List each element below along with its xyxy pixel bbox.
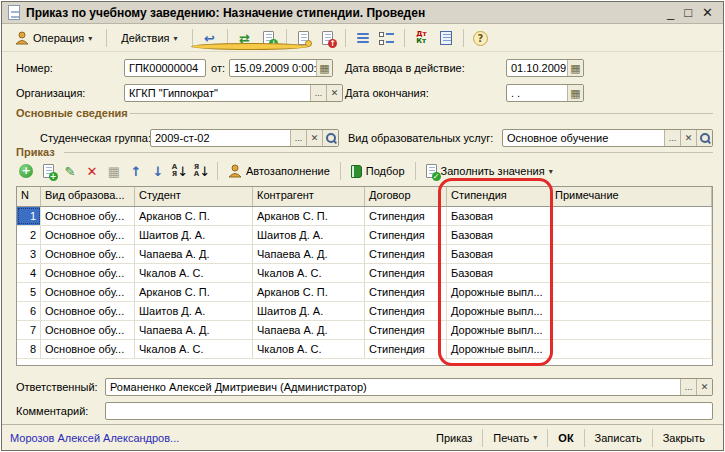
table-cell[interactable]: Арканов С. П. (253, 207, 365, 225)
ok-button[interactable]: ОК (547, 429, 583, 447)
table-cell[interactable]: Стипендия (365, 207, 447, 225)
table-row[interactable]: 3Основное обу...Чапаева А. Д.Чапаева А. … (17, 245, 712, 264)
table-cell[interactable]: Чкалов А. С. (135, 264, 253, 282)
table-cell[interactable]: 5 (17, 283, 41, 301)
help-icon[interactable]: ? (471, 28, 491, 48)
move-up-button[interactable]: ↑ (126, 161, 146, 181)
organization-input[interactable]: КГКП "Гиппократ" ... ✕ (124, 84, 343, 102)
table-cell[interactable]: Основное обу... (41, 321, 135, 339)
clear-button[interactable]: ✕ (326, 85, 342, 101)
table-cell[interactable]: Чапаева А. Д. (253, 321, 365, 339)
table-cell[interactable]: Арканов С. П. (135, 283, 253, 301)
table-cell[interactable] (551, 302, 712, 320)
table-cell[interactable]: Арканов С. П. (253, 283, 365, 301)
table-row[interactable]: 7Основное обу...Чапаева А. Д.Чапаева А. … (17, 321, 712, 340)
table-cell[interactable]: 4 (17, 264, 41, 282)
unpost-document-icon[interactable]: ↑ (318, 28, 338, 48)
table-cell[interactable]: Чкалов А. С. (253, 264, 365, 282)
table-cell[interactable]: Арканов С. П. (135, 207, 253, 225)
fill-values-button[interactable]: ✓ Заполнить значения ▾ (421, 163, 558, 179)
select-button[interactable]: ... (290, 130, 306, 146)
journal-icon[interactable] (436, 28, 456, 48)
settings-list-icon[interactable] (377, 28, 397, 48)
table-cell[interactable]: Шаитов Д. А. (135, 302, 253, 320)
magnifier-icon[interactable] (322, 130, 338, 146)
table-cell[interactable]: Основное обу... (41, 207, 135, 225)
comment-input[interactable] (105, 402, 713, 420)
education-service-input[interactable]: Основное обучение ... ✕ (502, 129, 713, 147)
table-cell[interactable]: Шаитов Д. А. (135, 226, 253, 244)
calendar-icon[interactable]: ▦ (316, 60, 332, 76)
table-row[interactable]: 4Основное обу...Чкалов А. С.Чкалов А. С.… (17, 264, 712, 283)
dt-kt-icon[interactable]: ДтКт (412, 28, 432, 48)
clear-button[interactable]: ✕ (680, 130, 696, 146)
table-cell[interactable]: 8 (17, 340, 41, 358)
table-cell[interactable]: Базовая (447, 264, 551, 282)
order-table[interactable]: NВид образова...СтудентКонтрагентДоговор… (16, 186, 713, 366)
close-button[interactable]: ✕ (702, 4, 713, 22)
order-print-form-button[interactable]: Приказ (426, 429, 482, 447)
delete-row-button[interactable]: ✕ (82, 161, 102, 181)
table-cell[interactable]: Стипендия (365, 264, 447, 282)
copy-row-button[interactable]: + (38, 161, 58, 181)
date-from-input[interactable]: 15.09.2009 0:00:0 ▦ (229, 59, 333, 77)
table-cell[interactable]: Стипендия (365, 340, 447, 358)
table-cell[interactable] (551, 340, 712, 358)
table-cell[interactable]: 2 (17, 226, 41, 244)
table-cell[interactable]: Основное обу... (41, 302, 135, 320)
table-row[interactable]: 2Основное обу...Шаитов Д. А.Шаитов Д. А.… (17, 226, 712, 245)
table-cell[interactable] (551, 226, 712, 244)
calendar-icon[interactable]: ▦ (567, 60, 583, 76)
table-cell[interactable]: Чкалов А. С. (135, 340, 253, 358)
select-button[interactable]: ... (680, 379, 696, 395)
table-cell[interactable] (551, 283, 712, 301)
table-cell[interactable]: Базовая (447, 207, 551, 225)
table-cell[interactable]: Стипендия (365, 245, 447, 263)
effective-date-input[interactable]: 01.10.2009 ▦ (506, 59, 584, 77)
structure-icon[interactable] (353, 28, 373, 48)
student-group-input[interactable]: 2009-ст-02 ... ✕ (150, 129, 339, 147)
table-cell[interactable]: Чапаева А. Д. (135, 245, 253, 263)
actions-menu-button[interactable]: Действия ▾ (114, 29, 184, 47)
select-button[interactable]: ... (664, 130, 680, 146)
table-cell[interactable]: 3 (17, 245, 41, 263)
table-row[interactable]: 5Основное обу...Арканов С. П.Арканов С. … (17, 283, 712, 302)
sort-asc-button[interactable]: АЯ↓ (170, 161, 190, 181)
edit-row-button[interactable]: ✎ (60, 161, 80, 181)
table-cell[interactable]: Стипендия (365, 283, 447, 301)
table-cell[interactable]: 7 (17, 321, 41, 339)
select-button[interactable]: ... (310, 85, 326, 101)
table-row[interactable]: 8Основное обу...Чкалов А. С.Чкалов А. С.… (17, 340, 712, 359)
add-row-button[interactable]: + (16, 161, 36, 181)
table-cell[interactable]: Дорожные выпл... (447, 340, 551, 358)
clear-button[interactable]: ✕ (306, 130, 322, 146)
pick-button[interactable]: Подбор (346, 164, 410, 179)
table-row[interactable]: 1Основное обу...Арканов С. П.Арканов С. … (17, 207, 712, 226)
calendar-icon[interactable]: ▦ (567, 85, 583, 101)
table-cell[interactable]: Основное обу... (41, 283, 135, 301)
magnifier-icon[interactable] (696, 130, 712, 146)
table-cell[interactable] (551, 264, 712, 282)
table-cell[interactable]: 6 (17, 302, 41, 320)
table-cell[interactable]: Чапаева А. Д. (135, 321, 253, 339)
table-cell[interactable]: Чапаева А. Д. (253, 245, 365, 263)
table-cell[interactable]: Дорожные выпл... (447, 283, 551, 301)
print-button[interactable]: Печать ▾ (482, 429, 547, 447)
table-cell[interactable] (551, 207, 712, 225)
table-row[interactable]: 6Основное обу...Шаитов Д. А.Шаитов Д. А.… (17, 302, 712, 321)
sort-desc-button[interactable]: ЯА↓ (192, 161, 212, 181)
table-cell[interactable]: Чкалов А. С. (253, 340, 365, 358)
table-cell[interactable]: Основное обу... (41, 264, 135, 282)
table-cell[interactable]: Дорожные выпл... (447, 321, 551, 339)
table-cell[interactable]: Стипендия (365, 302, 447, 320)
table-cell[interactable]: Стипендия (365, 226, 447, 244)
table-cell[interactable]: Базовая (447, 245, 551, 263)
minimize-button[interactable]: _ (667, 4, 674, 22)
table-cell[interactable]: 1 (17, 207, 41, 225)
clear-button[interactable]: ✕ (696, 379, 712, 395)
table-cell[interactable]: Шаитов Д. А. (253, 302, 365, 320)
table-cell[interactable]: Дорожные выпл... (447, 302, 551, 320)
post-document-icon[interactable] (294, 28, 314, 48)
table-cell[interactable]: Основное обу... (41, 226, 135, 244)
number-input[interactable]: ГПК00000004 (124, 59, 206, 77)
